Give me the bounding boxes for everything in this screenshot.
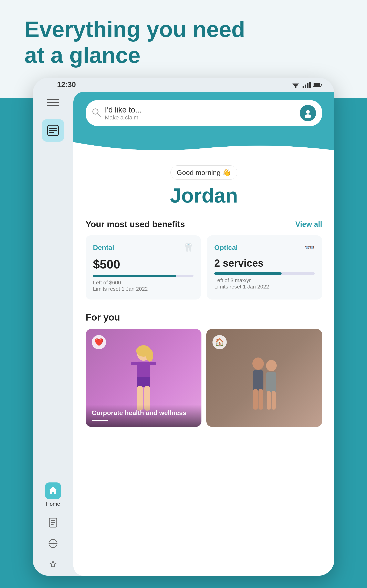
- dental-icon: 🦷: [183, 243, 193, 252]
- optical-reset: Limits reset 1 Jan 2022: [214, 284, 315, 290]
- svg-rect-18: [51, 520, 55, 521]
- svg-rect-10: [47, 99, 59, 100]
- status-icons: [291, 81, 322, 88]
- benefit-type-optical: Optical: [214, 243, 238, 251]
- hamburger-menu[interactable]: [47, 98, 59, 109]
- woman-figure: [119, 345, 168, 415]
- svg-rect-16: [49, 132, 54, 133]
- svg-rect-44: [267, 391, 271, 410]
- svg-rect-32: [137, 362, 150, 378]
- app-area: I'd like to... Make a claim: [73, 92, 334, 576]
- sidebar-item-claims[interactable]: [48, 517, 58, 528]
- svg-point-31: [146, 349, 153, 362]
- couple-figure: [242, 354, 287, 415]
- hero-section: Everything you need at a glance: [25, 16, 245, 68]
- sidebar-home-label: Home: [46, 501, 60, 507]
- search-text-wrap: I'd like to... Make a claim: [105, 105, 296, 121]
- hero-title-line2: at a glance: [25, 42, 245, 68]
- benefit-card-dental[interactable]: Dental 🦷 $500 Left of $600 Limits reset …: [86, 235, 201, 300]
- search-avatar[interactable]: [300, 105, 316, 121]
- svg-point-28: [305, 114, 311, 118]
- search-subtitle: Make a claim: [105, 114, 296, 121]
- svg-rect-12: [47, 105, 59, 106]
- optical-limit: Left of 3 max/yr: [214, 277, 315, 284]
- svg-point-27: [306, 110, 310, 114]
- benefit-card-dental-header: Dental 🦷: [93, 243, 193, 252]
- greeting-badge: Good morning 👋: [170, 165, 238, 180]
- svg-rect-43: [259, 389, 263, 410]
- svg-rect-6: [309, 82, 311, 88]
- sidebar-active-icon[interactable]: [42, 119, 64, 142]
- wave-divider: [73, 142, 334, 155]
- sidebar-nav: Home: [45, 483, 61, 570]
- svg-point-40: [266, 360, 277, 371]
- scroll-content: Good morning 👋 Jordan Your most used ben…: [73, 155, 334, 576]
- optical-progress-bg: [214, 272, 315, 275]
- svg-point-24: [52, 543, 54, 544]
- svg-rect-4: [305, 85, 306, 88]
- signal-icon: [303, 82, 311, 88]
- home-card-home-icon: 🏠: [212, 335, 227, 349]
- sidebar-item-search[interactable]: [48, 538, 58, 549]
- status-bar: 12:30: [33, 78, 334, 92]
- status-time: 12:30: [57, 80, 76, 89]
- svg-rect-45: [272, 391, 276, 410]
- search-icon: [92, 108, 101, 119]
- view-all-button[interactable]: View all: [295, 220, 322, 229]
- wellness-card-caption: Corporate health and wellness: [86, 405, 201, 427]
- svg-point-38: [252, 357, 264, 370]
- phone-content: Home: [33, 92, 334, 576]
- benefit-amount-dental: $500: [93, 257, 193, 271]
- benefits-header: Your most used benefits View all: [86, 219, 322, 229]
- sidebar: Home: [33, 92, 73, 576]
- svg-rect-35: [137, 377, 150, 387]
- wellness-card-line: [92, 420, 108, 421]
- search-placeholder: I'd like to...: [105, 105, 296, 114]
- svg-rect-14: [49, 128, 57, 129]
- dental-progress-bg: [93, 275, 193, 277]
- wellness-card-text: Corporate health and wellness: [92, 409, 195, 417]
- user-name: Jordan: [86, 184, 322, 207]
- dental-limit: Left of $600: [93, 279, 193, 286]
- svg-rect-42: [253, 389, 258, 410]
- svg-rect-9: [321, 84, 322, 86]
- svg-rect-33: [131, 362, 137, 365]
- dental-reset: Limits reset 1 Jan 2022: [93, 286, 193, 292]
- app-header: I'd like to... Make a claim: [73, 92, 334, 143]
- optical-progress-fill: [214, 272, 282, 275]
- svg-rect-11: [47, 102, 59, 103]
- sidebar-item-favourites[interactable]: [48, 559, 58, 570]
- svg-point-2: [295, 86, 296, 88]
- svg-rect-5: [307, 83, 309, 88]
- svg-rect-15: [49, 130, 57, 131]
- benefits-cards: Dental 🦷 $500 Left of $600 Limits reset …: [86, 235, 322, 300]
- battery-icon: [313, 82, 322, 87]
- optical-icon: 👓: [305, 243, 315, 252]
- benefit-card-optical[interactable]: Optical 👓 2 services Left of 3 max/yr Li…: [207, 235, 322, 300]
- benefit-type-dental: Dental: [93, 243, 114, 251]
- svg-rect-3: [303, 86, 304, 88]
- svg-rect-8: [314, 83, 320, 86]
- for-you-card-wellness[interactable]: ❤️ Corporate health and wellness: [86, 329, 201, 427]
- greeting-section: Good morning 👋 Jordan: [86, 165, 322, 207]
- wellness-card-heart-icon: ❤️: [92, 335, 106, 349]
- benefit-services-optical: 2 services: [214, 257, 315, 269]
- svg-rect-41: [266, 372, 276, 392]
- for-you-cards: ❤️ Corporate health and wellness: [86, 329, 322, 427]
- sidebar-item-home[interactable]: Home: [45, 483, 61, 507]
- svg-line-26: [98, 113, 100, 116]
- svg-rect-34: [150, 362, 156, 365]
- hero-title-line1: Everything you need: [25, 16, 245, 42]
- svg-rect-39: [253, 370, 263, 390]
- svg-rect-19: [51, 522, 55, 523]
- for-you-card-home[interactable]: 🏠: [206, 329, 322, 427]
- svg-rect-20: [51, 524, 54, 525]
- benefit-card-optical-header: Optical 👓: [214, 243, 315, 252]
- phone-frame: 12:30: [33, 78, 334, 576]
- search-bar[interactable]: I'd like to... Make a claim: [86, 100, 322, 126]
- dental-progress-fill: [93, 275, 176, 277]
- wifi-icon: [291, 81, 300, 88]
- benefits-title: Your most used benefits: [86, 219, 185, 229]
- for-you-title: For you: [86, 312, 322, 323]
